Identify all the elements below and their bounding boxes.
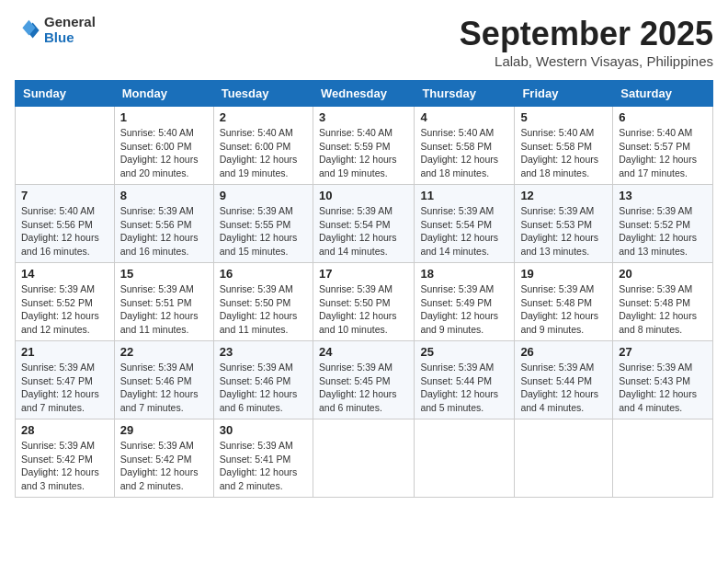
day-number: 14: [21, 267, 108, 281]
day-info: Sunrise: 5:39 AMSunset: 5:48 PMDaylight:…: [520, 282, 607, 337]
day-info: Sunrise: 5:39 AMSunset: 5:44 PMDaylight:…: [420, 361, 508, 415]
day-number: 27: [619, 345, 707, 359]
day-number: 7: [21, 189, 108, 202]
calendar-cell: 13Sunrise: 5:39 AMSunset: 5:52 PMDayligh…: [613, 185, 713, 263]
day-number: 25: [420, 345, 508, 359]
weekday-header: Sunday: [16, 81, 115, 107]
day-info: Sunrise: 5:39 AMSunset: 5:50 PMDaylight:…: [319, 282, 408, 337]
calendar-cell: [515, 419, 613, 498]
day-info: Sunrise: 5:40 AMSunset: 5:59 PMDaylight:…: [319, 126, 408, 180]
weekday-header: Friday: [515, 81, 613, 107]
day-number: 17: [319, 267, 408, 281]
calendar-cell: [415, 419, 515, 498]
day-number: 20: [619, 267, 707, 281]
day-info: Sunrise: 5:39 AMSunset: 5:46 PMDaylight:…: [220, 361, 307, 415]
day-number: 18: [420, 267, 508, 281]
location: Lalab, Western Visayas, Philippines: [460, 53, 713, 69]
day-number: 5: [520, 110, 607, 124]
day-number: 26: [520, 345, 607, 359]
calendar-cell: 1Sunrise: 5:40 AMSunset: 6:00 PMDaylight…: [114, 107, 213, 185]
calendar-cell: 28Sunrise: 5:39 AMSunset: 5:42 PMDayligh…: [16, 419, 115, 498]
day-number: 3: [319, 110, 408, 124]
day-info: Sunrise: 5:39 AMSunset: 5:43 PMDaylight:…: [619, 361, 707, 415]
page-header: General Blue September 2025 Lalab, Weste…: [15, 15, 713, 69]
logo-blue: Blue: [44, 30, 96, 46]
month-title: September 2025: [460, 15, 713, 53]
day-info: Sunrise: 5:39 AMSunset: 5:54 PMDaylight:…: [319, 204, 408, 259]
weekday-header: Wednesday: [313, 81, 414, 107]
calendar-cell: 27Sunrise: 5:39 AMSunset: 5:43 PMDayligh…: [613, 341, 713, 419]
day-info: Sunrise: 5:40 AMSunset: 6:00 PMDaylight:…: [220, 126, 307, 180]
day-number: 13: [619, 189, 707, 202]
day-info: Sunrise: 5:39 AMSunset: 5:51 PMDaylight:…: [120, 282, 208, 337]
day-number: 28: [21, 423, 108, 437]
calendar-cell: 29Sunrise: 5:39 AMSunset: 5:42 PMDayligh…: [114, 419, 213, 498]
day-info: Sunrise: 5:39 AMSunset: 5:42 PMDaylight:…: [21, 439, 108, 493]
day-info: Sunrise: 5:39 AMSunset: 5:48 PMDaylight:…: [619, 282, 707, 337]
calendar-cell: 5Sunrise: 5:40 AMSunset: 5:58 PMDaylight…: [515, 107, 613, 185]
calendar-week-row: 1Sunrise: 5:40 AMSunset: 6:00 PMDaylight…: [16, 107, 713, 185]
calendar-cell: 19Sunrise: 5:39 AMSunset: 5:48 PMDayligh…: [515, 263, 613, 341]
weekday-header: Monday: [114, 81, 213, 107]
calendar-cell: 7Sunrise: 5:40 AMSunset: 5:56 PMDaylight…: [16, 185, 115, 263]
day-number: 11: [420, 189, 508, 202]
day-info: Sunrise: 5:39 AMSunset: 5:56 PMDaylight:…: [120, 204, 208, 259]
day-info: Sunrise: 5:40 AMSunset: 5:56 PMDaylight:…: [21, 204, 108, 259]
calendar-cell: 10Sunrise: 5:39 AMSunset: 5:54 PMDayligh…: [313, 185, 414, 263]
calendar-cell: 16Sunrise: 5:39 AMSunset: 5:50 PMDayligh…: [213, 263, 313, 341]
calendar-cell: 18Sunrise: 5:39 AMSunset: 5:49 PMDayligh…: [415, 263, 515, 341]
day-info: Sunrise: 5:39 AMSunset: 5:46 PMDaylight:…: [120, 361, 208, 415]
weekday-header: Tuesday: [213, 81, 313, 107]
title-block: September 2025 Lalab, Western Visayas, P…: [460, 15, 713, 69]
calendar-cell: 6Sunrise: 5:40 AMSunset: 5:57 PMDaylight…: [613, 107, 713, 185]
calendar-header-row: SundayMondayTuesdayWednesdayThursdayFrid…: [16, 81, 713, 107]
day-number: 10: [319, 189, 408, 202]
calendar-cell: 17Sunrise: 5:39 AMSunset: 5:50 PMDayligh…: [313, 263, 414, 341]
day-number: 2: [220, 110, 307, 124]
logo: General Blue: [15, 15, 96, 45]
day-info: Sunrise: 5:39 AMSunset: 5:53 PMDaylight:…: [520, 204, 607, 259]
day-info: Sunrise: 5:39 AMSunset: 5:47 PMDaylight:…: [21, 361, 108, 415]
day-info: Sunrise: 5:40 AMSunset: 6:00 PMDaylight:…: [120, 126, 208, 180]
calendar-cell: 14Sunrise: 5:39 AMSunset: 5:52 PMDayligh…: [16, 263, 115, 341]
day-info: Sunrise: 5:39 AMSunset: 5:49 PMDaylight:…: [420, 282, 508, 337]
calendar-cell: 20Sunrise: 5:39 AMSunset: 5:48 PMDayligh…: [613, 263, 713, 341]
day-number: 19: [520, 267, 607, 281]
calendar-week-row: 7Sunrise: 5:40 AMSunset: 5:56 PMDaylight…: [16, 185, 713, 263]
calendar-cell: 8Sunrise: 5:39 AMSunset: 5:56 PMDaylight…: [114, 185, 213, 263]
calendar-cell: 23Sunrise: 5:39 AMSunset: 5:46 PMDayligh…: [213, 341, 313, 419]
calendar-cell: [16, 107, 115, 185]
day-info: Sunrise: 5:39 AMSunset: 5:50 PMDaylight:…: [220, 282, 307, 337]
day-info: Sunrise: 5:39 AMSunset: 5:42 PMDaylight:…: [120, 439, 208, 493]
weekday-header: Thursday: [415, 81, 515, 107]
day-number: 15: [120, 267, 208, 281]
day-info: Sunrise: 5:39 AMSunset: 5:45 PMDaylight:…: [319, 361, 408, 415]
day-number: 30: [220, 423, 307, 437]
weekday-header: Saturday: [613, 81, 713, 107]
day-number: 9: [220, 189, 307, 202]
calendar-cell: 26Sunrise: 5:39 AMSunset: 5:44 PMDayligh…: [515, 341, 613, 419]
logo-text: General Blue: [44, 15, 96, 45]
day-number: 22: [120, 345, 208, 359]
day-info: Sunrise: 5:39 AMSunset: 5:55 PMDaylight:…: [220, 204, 307, 259]
calendar-cell: 3Sunrise: 5:40 AMSunset: 5:59 PMDaylight…: [313, 107, 414, 185]
day-number: 23: [220, 345, 307, 359]
day-info: Sunrise: 5:39 AMSunset: 5:52 PMDaylight:…: [619, 204, 707, 259]
day-number: 1: [120, 110, 208, 124]
calendar-cell: 9Sunrise: 5:39 AMSunset: 5:55 PMDaylight…: [213, 185, 313, 263]
day-info: Sunrise: 5:40 AMSunset: 5:57 PMDaylight:…: [619, 126, 707, 180]
day-info: Sunrise: 5:40 AMSunset: 5:58 PMDaylight:…: [520, 126, 607, 180]
day-info: Sunrise: 5:39 AMSunset: 5:54 PMDaylight:…: [420, 204, 508, 259]
calendar-cell: 21Sunrise: 5:39 AMSunset: 5:47 PMDayligh…: [16, 341, 115, 419]
day-info: Sunrise: 5:40 AMSunset: 5:58 PMDaylight:…: [420, 126, 508, 180]
day-number: 12: [520, 189, 607, 202]
calendar-cell: 2Sunrise: 5:40 AMSunset: 6:00 PMDaylight…: [213, 107, 313, 185]
calendar-week-row: 14Sunrise: 5:39 AMSunset: 5:52 PMDayligh…: [16, 263, 713, 341]
day-number: 8: [120, 189, 208, 202]
calendar-week-row: 21Sunrise: 5:39 AMSunset: 5:47 PMDayligh…: [16, 341, 713, 419]
day-info: Sunrise: 5:39 AMSunset: 5:41 PMDaylight:…: [220, 439, 307, 493]
day-number: 4: [420, 110, 508, 124]
calendar-cell: 15Sunrise: 5:39 AMSunset: 5:51 PMDayligh…: [114, 263, 213, 341]
day-number: 21: [21, 345, 108, 359]
day-info: Sunrise: 5:39 AMSunset: 5:44 PMDaylight:…: [520, 361, 607, 415]
